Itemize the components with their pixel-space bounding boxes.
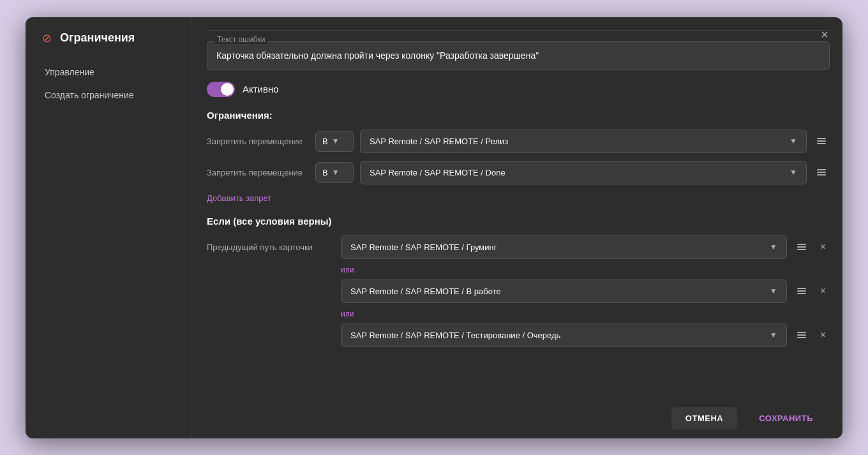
add-constraint-link[interactable]: Добавить запрет	[207, 193, 271, 203]
modal-overlay: ⊘ Ограничения Управление Создать огранич…	[0, 0, 868, 455]
condition-3-path-value: SAP Remote / SAP REMOTE / Тестирование /…	[350, 331, 560, 340]
condition-2-path-arrow: ▼	[770, 287, 777, 295]
close-button[interactable]: ×	[816, 26, 834, 44]
condition-2-menu-button[interactable]	[793, 284, 810, 298]
constraint-row-2: Запретить перемещение В ▼ SAP Remote / S…	[207, 161, 830, 184]
main-content: × Текст ошибки Активно Ограничени	[191, 17, 842, 438]
constraint-1-path-select[interactable]: SAP Remote / SAP REMOTE / Релиз ▼	[360, 130, 807, 153]
constraint-2-direction-value: В	[322, 168, 328, 177]
constraint-1-direction-select[interactable]: В ▼	[315, 131, 354, 152]
condition-1-path-select[interactable]: SAP Remote / SAP REMOTE / Груминг ▼	[341, 235, 787, 259]
condition-1-delete-button[interactable]: ×	[816, 237, 830, 257]
condition-3-path-arrow: ▼	[770, 331, 777, 339]
constraint-1-direction-value: В	[322, 137, 328, 146]
condition-3-menu-button[interactable]	[793, 328, 810, 342]
or-label-2: или	[341, 310, 830, 318]
constraint-1-direction-arrow: ▼	[332, 137, 340, 145]
condition-1-menu-button[interactable]	[793, 240, 810, 254]
sidebar: ⊘ Ограничения Управление Создать огранич…	[26, 17, 191, 438]
hamburger-icon-c3	[797, 332, 806, 338]
hamburger-icon-2	[817, 169, 826, 175]
error-text-input[interactable]	[207, 41, 830, 70]
restrictions-icon: ⊘	[40, 31, 54, 45]
active-toggle-row: Активно	[207, 82, 830, 97]
cancel-button[interactable]: ОТМЕНА	[671, 407, 737, 429]
condition-row-2: SAP Remote / SAP REMOTE / В работе ▼ ×	[207, 280, 830, 303]
sidebar-item-manage[interactable]: Управление	[38, 62, 178, 82]
sidebar-nav: Управление Создать ограничение	[38, 62, 178, 105]
condition-2-path-value: SAP Remote / SAP REMOTE / В работе	[350, 287, 501, 296]
condition-1-path-value: SAP Remote / SAP REMOTE / Груминг	[350, 242, 497, 252]
constraint-row-1: Запретить перемещение В ▼ SAP Remote / S…	[207, 130, 830, 153]
hamburger-icon-c1	[797, 244, 806, 250]
constraint-1-path-value: SAP Remote / SAP REMOTE / Релиз	[370, 137, 508, 146]
conditions-section: Если (все условия верны) Предыдущий путь…	[207, 216, 830, 347]
constraint-2-path-arrow: ▼	[789, 168, 797, 177]
constraint-2-direction-select[interactable]: В ▼	[315, 162, 354, 183]
top-divider	[207, 30, 830, 31]
sidebar-item-create[interactable]: Создать ограничение	[38, 85, 178, 105]
constraint-2-menu-button[interactable]	[813, 165, 830, 179]
condition-3-delete-button[interactable]: ×	[816, 325, 830, 345]
active-toggle[interactable]	[207, 82, 235, 97]
constraint-1-menu-button[interactable]	[813, 134, 830, 148]
modal-title-bar: ⊘ Ограничения	[40, 31, 135, 45]
or-label-1: или	[341, 265, 830, 274]
condition-row-3: SAP Remote / SAP REMOTE / Тестирование /…	[207, 324, 830, 347]
constraint-1-path-arrow: ▼	[789, 137, 797, 145]
condition-1-path-arrow: ▼	[770, 242, 777, 251]
hamburger-icon-c2	[797, 288, 806, 294]
constraint-1-label: Запретить перемещение	[207, 137, 309, 146]
constraint-2-direction-arrow: ▼	[332, 168, 340, 177]
conditions-title: Если (все условия верны)	[207, 216, 830, 227]
error-text-field-group: Текст ошибки	[207, 41, 830, 70]
constraint-2-label: Запретить перемещение	[207, 168, 309, 177]
save-button[interactable]: СОХРАНИТЬ	[745, 407, 827, 429]
modal: ⊘ Ограничения Управление Создать огранич…	[26, 17, 842, 438]
constraint-2-path-value: SAP Remote / SAP REMOTE / Done	[370, 168, 505, 177]
condition-3-path-select[interactable]: SAP Remote / SAP REMOTE / Тестирование /…	[341, 324, 787, 347]
content-scroll-area[interactable]: Текст ошибки Активно Ограничения: Запрет…	[191, 17, 842, 398]
condition-2-delete-button[interactable]: ×	[816, 281, 830, 301]
condition-row-1: Предыдущий путь карточки SAP Remote / SA…	[207, 235, 830, 259]
constraints-section-title: Ограничения:	[207, 110, 830, 121]
hamburger-icon-1	[817, 138, 826, 144]
constraint-2-path-select[interactable]: SAP Remote / SAP REMOTE / Done ▼	[360, 161, 807, 184]
condition-1-label: Предыдущий путь карточки	[207, 242, 334, 252]
condition-2-path-select[interactable]: SAP Remote / SAP REMOTE / В работе ▼	[341, 280, 787, 303]
active-label: Активно	[243, 84, 279, 94]
toggle-knob	[221, 83, 234, 96]
error-text-label: Текст ошибки	[214, 35, 267, 44]
footer-bar: ОТМЕНА СОХРАНИТЬ	[191, 398, 842, 438]
modal-title: Ограничения	[60, 31, 135, 45]
